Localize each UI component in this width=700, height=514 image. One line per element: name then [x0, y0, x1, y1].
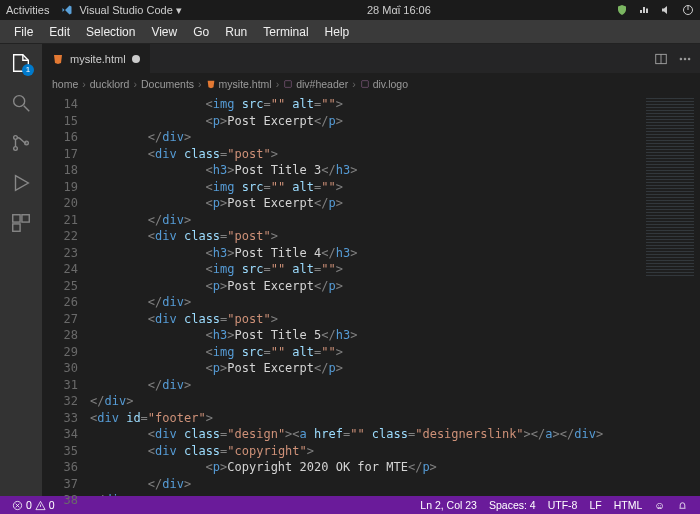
clock[interactable]: 28 Μαΐ 16:06 — [182, 4, 616, 16]
search-icon[interactable] — [10, 92, 32, 114]
status-language[interactable]: HTML — [608, 499, 649, 511]
status-feedback[interactable]: ☺ — [648, 499, 671, 511]
status-lncol[interactable]: Ln 2, Col 23 — [414, 499, 483, 511]
volume-icon[interactable] — [660, 4, 672, 16]
code-content[interactable]: <img src="" alt=""> <p>Post Excerpt</p> … — [86, 94, 640, 496]
svg-rect-9 — [13, 224, 20, 231]
status-eol[interactable]: LF — [583, 499, 607, 511]
os-topbar: Activities Visual Studio Code ▾ 28 Μαΐ 1… — [0, 0, 700, 20]
split-editor-icon[interactable] — [654, 52, 668, 66]
minimap[interactable] — [640, 94, 700, 496]
source-control-icon[interactable] — [10, 132, 32, 154]
run-debug-icon[interactable] — [10, 172, 32, 194]
menu-view[interactable]: View — [143, 23, 185, 41]
svg-rect-15 — [285, 80, 292, 87]
html-file-icon — [206, 79, 216, 89]
svg-point-2 — [14, 96, 25, 107]
explorer-badge: 1 — [22, 64, 34, 76]
tab-filename: mysite.html — [70, 53, 126, 65]
app-indicator[interactable]: Visual Studio Code ▾ — [61, 4, 181, 17]
svg-point-13 — [684, 58, 686, 60]
tab-bar: mysite.html — [42, 44, 700, 74]
shield-icon[interactable] — [616, 4, 628, 16]
symbol-icon — [283, 79, 293, 89]
activities-button[interactable]: Activities — [6, 4, 49, 16]
status-encoding[interactable]: UTF-8 — [542, 499, 584, 511]
status-bar: 0 0 Ln 2, Col 23 Spaces: 4 UTF-8 LF HTML… — [0, 496, 700, 514]
breadcrumbs[interactable]: home› ducklord› Documents› mysite.html ›… — [42, 74, 700, 94]
symbol-icon — [360, 79, 370, 89]
extensions-icon[interactable] — [10, 212, 32, 234]
svg-rect-16 — [361, 80, 368, 87]
menu-go[interactable]: Go — [185, 23, 217, 41]
menu-run[interactable]: Run — [217, 23, 255, 41]
menu-file[interactable]: File — [6, 23, 41, 41]
menu-edit[interactable]: Edit — [41, 23, 78, 41]
svg-rect-7 — [13, 215, 20, 222]
svg-rect-8 — [22, 215, 29, 222]
more-actions-icon[interactable] — [678, 52, 692, 66]
status-bell[interactable] — [671, 500, 694, 511]
warning-icon — [35, 500, 46, 511]
breadcrumb-item[interactable]: ducklord — [90, 78, 130, 90]
tab-mysite[interactable]: mysite.html — [42, 44, 151, 73]
svg-point-5 — [14, 147, 18, 151]
line-gutter[interactable]: 14 15 16 17 18 19 20 21 22 23 24 25 26 2… — [42, 94, 86, 496]
explorer-icon[interactable]: 1 — [10, 52, 32, 74]
breadcrumb-item[interactable]: Documents — [141, 78, 194, 90]
svg-point-14 — [688, 58, 690, 60]
bell-icon — [677, 500, 688, 511]
svg-line-3 — [24, 106, 30, 112]
vscode-icon — [61, 4, 73, 16]
main-area: 1 mysite.html ho — [0, 44, 700, 496]
power-icon[interactable] — [682, 4, 694, 16]
breadcrumb-item[interactable]: div#header — [283, 78, 348, 90]
status-spaces[interactable]: Spaces: 4 — [483, 499, 542, 511]
menu-selection[interactable]: Selection — [78, 23, 143, 41]
activity-bar: 1 — [0, 44, 42, 496]
menu-bar: File Edit Selection View Go Run Terminal… — [0, 20, 700, 44]
breadcrumb-item[interactable]: div.logo — [360, 78, 408, 90]
menu-terminal[interactable]: Terminal — [255, 23, 316, 41]
status-problems[interactable]: 0 0 — [6, 499, 61, 511]
breadcrumb-item[interactable]: home — [52, 78, 78, 90]
menu-help[interactable]: Help — [317, 23, 358, 41]
svg-point-12 — [680, 58, 682, 60]
modified-dot-icon — [132, 55, 140, 63]
svg-point-4 — [14, 136, 18, 140]
breadcrumb-item[interactable]: mysite.html — [206, 78, 272, 90]
network-icon[interactable] — [638, 4, 650, 16]
editor: mysite.html home› ducklord› Documents› m… — [42, 44, 700, 496]
html-file-icon — [52, 53, 64, 65]
error-icon — [12, 500, 23, 511]
